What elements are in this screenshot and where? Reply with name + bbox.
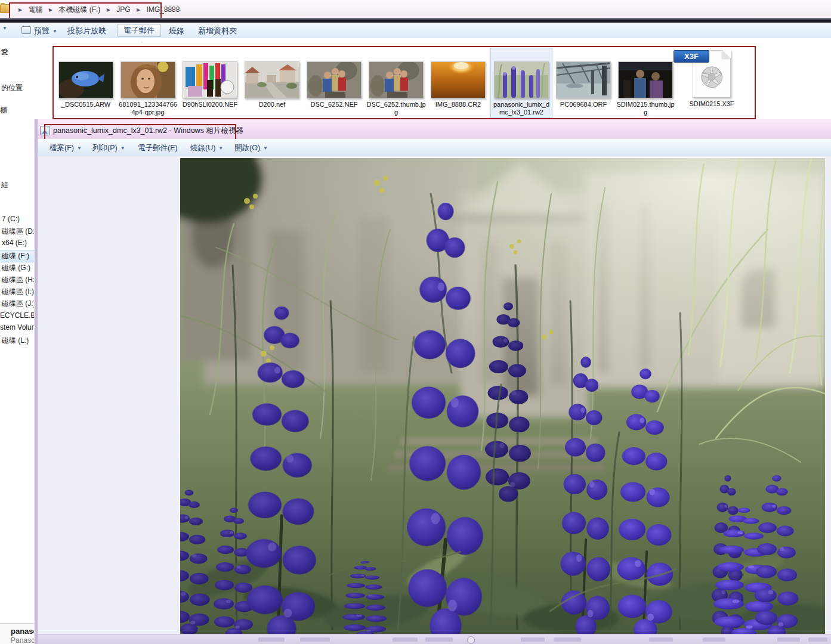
nav-homegroup-fragment[interactable]: 組 — [1, 180, 8, 190]
viewer-window-border — [34, 119, 38, 644]
preview-label: 預覽 — [34, 26, 50, 35]
menu-file[interactable]: 檔案(F)▼ — [50, 143, 82, 153]
preview-button[interactable]: 預覽▼ — [21, 26, 57, 36]
menu-email[interactable]: 電子郵件(E) — [138, 143, 178, 153]
nav-recent-places-fragment[interactable]: 的位置 — [1, 83, 23, 93]
viewer-menubar: 檔案(F)▼ 列印(P)▼ 電子郵件(E) 燒錄(U)▼ 開啟(O)▼ — [38, 139, 831, 157]
nav-drive-d[interactable]: 磁碟區 (D:) — [2, 227, 37, 237]
dropdown-arrow-icon: ▼ — [263, 145, 268, 151]
viewer-titlebar[interactable]: panasonic_lumix_dmc_lx3_01.rw2 - Windows… — [34, 119, 831, 141]
toolbar-smudge — [554, 637, 581, 642]
menu-burn-label: 燒錄(U) — [190, 144, 215, 152]
nav-drive-f[interactable]: 磁碟 (F:) — [2, 251, 29, 261]
partial-dropdown-icon[interactable]: ▼ — [2, 26, 7, 31]
photo-image — [180, 158, 825, 635]
nav-drive-h[interactable]: 磁碟區 (H:) — [2, 275, 37, 285]
viewer-content-area — [38, 156, 831, 634]
nav-drive-c[interactable]: 7 (C:) — [2, 215, 20, 223]
nav-favorites-fragment[interactable]: 愛 — [1, 47, 8, 57]
window-divider — [0, 18, 831, 23]
explorer-toolbar: ▼ 預覽▼ 投影片放映 電子郵件 燒錄 新增資料夾 — [0, 23, 831, 39]
thumbnails-annotation-box — [52, 46, 756, 119]
desktop: { "glyphs": { "dropdown": "▼", "crumb_se… — [0, 0, 831, 644]
toolbar-smudge — [703, 637, 725, 642]
dropdown-arrow-icon: ▼ — [218, 145, 223, 151]
toolbar-smudge — [777, 637, 800, 642]
dropdown-arrow-icon: ▼ — [52, 29, 57, 34]
nav-drive-e[interactable]: x64 (E:) — [2, 239, 27, 247]
dropdown-arrow-icon: ▼ — [77, 145, 82, 151]
email-button[interactable]: 電子郵件 — [117, 24, 161, 37]
menu-burn[interactable]: 燒錄(U)▼ — [190, 143, 223, 153]
menu-print-label: 列印(P) — [92, 144, 118, 152]
toolbar-smudge — [300, 637, 330, 642]
toolbar-smudge — [258, 637, 285, 642]
toolbar-smudge — [393, 637, 418, 642]
toolbar-smudge — [425, 637, 453, 642]
menu-print[interactable]: 列印(P)▼ — [92, 143, 125, 153]
nav-drive-g[interactable]: 磁碟 (G:) — [2, 263, 30, 273]
nav-drive-l[interactable]: 磁碟 (L:) — [2, 336, 29, 346]
photo-salvia-garden[interactable] — [179, 157, 825, 635]
toolbar-gap — [0, 38, 831, 43]
menu-open-label: 開啟(O) — [234, 144, 260, 152]
menu-file-label: 檔案(F) — [50, 144, 74, 152]
nav-system-volume[interactable]: stem Volum — [0, 323, 38, 332]
toolbar-smudge — [521, 637, 545, 642]
toolbar-center-button — [467, 636, 475, 644]
nav-drive-j[interactable]: 磁碟區 (J:) — [2, 299, 36, 309]
toolbar-smudge — [649, 637, 673, 642]
slideshow-button[interactable]: 投影片放映 — [67, 26, 106, 36]
toolbar-smudge — [808, 637, 827, 642]
photo-viewer-window: panasonic_lumix_dmc_lx3_01.rw2 - Windows… — [34, 119, 831, 644]
viewer-bottom-toolbar[interactable] — [38, 634, 831, 644]
nav-drive-i[interactable]: 磁碟區 (I:) — [2, 287, 34, 297]
burn-button[interactable]: 燒錄 — [169, 26, 184, 36]
details-fileinfo: Panaso — [11, 636, 35, 644]
menu-open[interactable]: 開啟(O)▼ — [234, 143, 268, 153]
new-folder-button[interactable]: 新增資料夾 — [198, 26, 237, 36]
preview-icon — [21, 26, 31, 34]
dropdown-arrow-icon: ▼ — [121, 145, 125, 151]
nav-libraries-fragment[interactable]: 櫃 — [0, 106, 7, 116]
